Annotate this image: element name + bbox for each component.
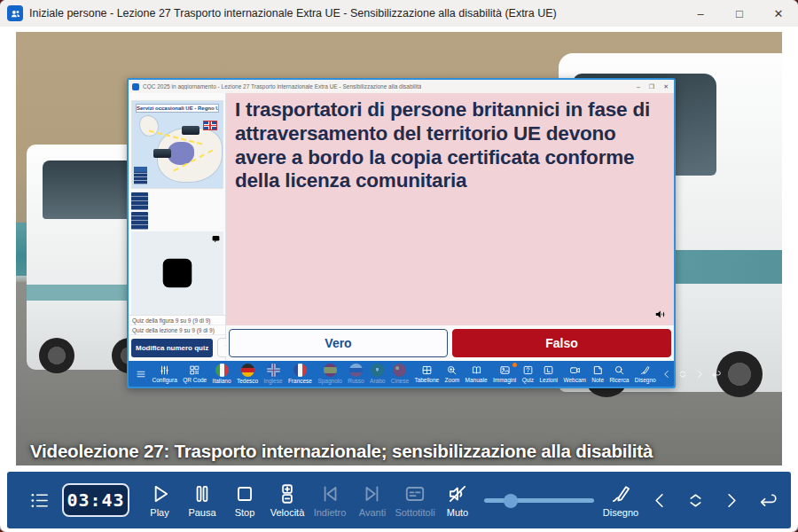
quiz-main-panel: I trasportatori di persone britannici in… [226, 93, 674, 361]
pause-button[interactable]: Pausa [181, 482, 223, 518]
maximize-button[interactable]: □ [720, 0, 759, 27]
language-italiano-button[interactable]: Italiano [213, 364, 231, 384]
note-button[interactable]: Note [591, 364, 604, 383]
gb-flag-icon [267, 364, 280, 377]
zoom-button[interactable]: Zoom [445, 364, 460, 383]
question-text: I trasportatori di persone britannici in… [235, 98, 665, 193]
it-flag-icon [215, 364, 229, 377]
time-display: 03:43 [62, 483, 129, 517]
quiz-window-title: CQC 2025 in aggiornamento - Lezione 27 T… [143, 83, 421, 90]
volume-slider[interactable] [484, 491, 594, 509]
map-title: Servizi occasionali UE - Regno Unito [136, 104, 219, 113]
falso-button[interactable]: Falso [452, 329, 671, 357]
language-arabo-button[interactable]: Arabo [370, 364, 385, 384]
player-bar: 03:43PlayPausaStopVelocitàIndietroAvanti… [7, 472, 791, 528]
quiz-menu-button[interactable] [136, 369, 146, 379]
language-francese-button[interactable]: Francese [288, 364, 312, 384]
ru-flag-icon [349, 364, 363, 377]
answer-buttons: Vero Falso [226, 325, 674, 361]
draw-button[interactable]: Disegno [599, 482, 642, 518]
subtitles-button[interactable]: Sottotitoli [394, 482, 436, 518]
quiz-toolbar-right: TabelloneZoomManualeImmaginiQuizLezioniW… [411, 364, 724, 383]
quiz-button[interactable]: Quiz [522, 364, 534, 383]
map-bus-icon [153, 149, 171, 158]
language-tedesco-button[interactable]: Tedesco [237, 364, 258, 384]
app-window: Iniziale persone - Lezione 27 Trasporto … [0, 0, 798, 532]
comment-icon[interactable] [211, 234, 221, 244]
image-placeholder [131, 231, 223, 315]
lezioni-button[interactable]: Lezioni [539, 364, 558, 383]
tabellone-button[interactable]: Tabellone [414, 364, 439, 383]
quiz-minimize-button[interactable]: – [637, 83, 640, 90]
minimize-button[interactable]: – [681, 0, 720, 27]
video-caption: Videolezione 27: Trasporto internazional… [30, 441, 775, 462]
back-button[interactable]: Indietro [309, 482, 351, 518]
expand-button[interactable] [677, 490, 713, 511]
quiz-close-button[interactable]: ✕ [663, 83, 669, 90]
configura-button[interactable]: Configura [153, 364, 177, 383]
quiz-maximize-button[interactable]: ❐ [649, 83, 654, 90]
es-flag-icon [324, 364, 337, 377]
ricerca-button[interactable]: Ricerca [609, 364, 629, 383]
licenza-card-icon [134, 167, 147, 184]
quiz-left-footer: Modifica numero quiz Tutti [129, 335, 225, 361]
window-controls: – □ ✕ [681, 0, 798, 27]
quiz-window: CQC 2025 in aggiornamento - Lezione 27 T… [127, 78, 676, 388]
image-thumbnails [129, 191, 225, 230]
slider-thumb[interactable] [504, 494, 518, 508]
quiz-next-button[interactable] [694, 369, 705, 379]
language-spagnolo-button[interactable]: Spagnolo [317, 364, 341, 384]
fr-flag-icon [293, 364, 307, 377]
thumbnail[interactable] [131, 192, 148, 210]
notification-badge [512, 363, 517, 367]
quiz-info-line: Quiz della lezione 9 su 9 (9 di 9) [129, 325, 225, 335]
title-bar: Iniziale persone - Lezione 27 Trasporto … [0, 0, 798, 27]
qr-code-button[interactable]: QR Code [183, 364, 207, 383]
immagini-button[interactable]: Immagini [493, 364, 516, 383]
play-button[interactable]: Play [138, 482, 181, 518]
quiz-shuffle-button[interactable] [677, 369, 688, 379]
no-image-icon [157, 253, 198, 293]
video-area[interactable]: Videolezione 27: Trasporto internazional… [16, 32, 782, 466]
window-title: Iniziale persone - Lezione 27 Trasporto … [29, 7, 557, 20]
stop-button[interactable]: Stop [223, 482, 266, 518]
speed-button[interactable]: Velocità [266, 482, 309, 518]
quiz-title-bar: CQC 2025 in aggiornamento - Lezione 27 T… [129, 80, 674, 93]
slider-track [484, 498, 594, 503]
next-chapter-button[interactable] [713, 490, 748, 511]
quiz-window-controls: – ❐ ✕ [637, 83, 670, 90]
language-inglese-button[interactable]: Inglese [264, 364, 283, 384]
webcam-button[interactable]: Webcam [563, 364, 586, 383]
quiz-info-lines: Quiz della figura 9 su 9 (9 di 9) Quiz d… [129, 315, 225, 335]
quiz-info-line: Quiz della figura 9 su 9 (9 di 9) [129, 316, 225, 325]
uk-flag-icon [203, 121, 217, 130]
playlist-button[interactable] [21, 490, 57, 511]
disegno-quiz-button[interactable]: Disegno [635, 364, 656, 383]
language-russo-button[interactable]: Russo [348, 364, 364, 384]
question-area: I trasportatori di persone britannici in… [226, 93, 674, 325]
quiz-left-panel: Servizi occasionali UE - Regno Unito [129, 93, 226, 361]
quiz-prev-button[interactable] [661, 369, 672, 379]
people-app-icon [7, 5, 23, 21]
language-cinese-button[interactable]: Cinese [391, 364, 409, 384]
vero-button[interactable]: Vero [229, 329, 448, 357]
prev-chapter-button[interactable] [642, 490, 677, 511]
mute-button[interactable]: Muto [436, 482, 479, 518]
map-bus-icon [182, 126, 200, 135]
quiz-return-button[interactable] [710, 369, 721, 379]
map-thumbnail[interactable]: Servizi occasionali UE - Regno Unito [131, 100, 223, 189]
close-button[interactable]: ✕ [759, 0, 798, 27]
ar-flag-icon [371, 364, 384, 377]
thumbnail[interactable] [131, 212, 148, 230]
quiz-toolbar: ConfiguraQR CodeItalianoTedescoIngleseFr… [129, 361, 674, 387]
cn-flag-icon [393, 364, 406, 377]
quiz-app-icon [132, 83, 139, 90]
manuale-button[interactable]: Manuale [466, 364, 488, 383]
quiz-toolbar-left: ConfiguraQR CodeItalianoTedescoIngleseFr… [133, 364, 411, 384]
speaker-icon[interactable] [653, 308, 667, 321]
time-value: 03:43 [66, 489, 124, 511]
return-button[interactable] [748, 490, 784, 511]
edit-quiz-number-button[interactable]: Modifica numero quiz [131, 339, 213, 357]
forward-button[interactable]: Avanti [351, 482, 394, 518]
de-flag-icon [241, 364, 254, 377]
